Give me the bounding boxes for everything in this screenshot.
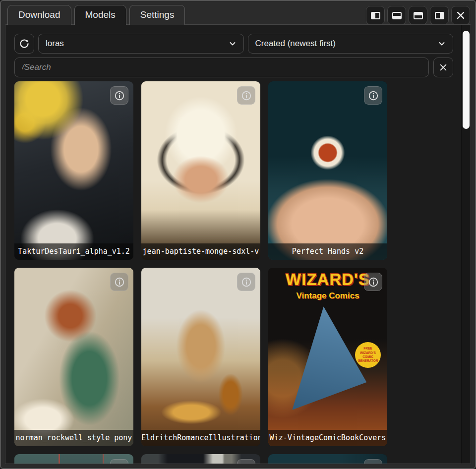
- model-type-select[interactable]: loras: [38, 34, 244, 54]
- info-icon: [114, 90, 125, 101]
- model-info-button[interactable]: [364, 273, 382, 291]
- model-card[interactable]: [141, 454, 260, 464]
- tab-bar: Download Models Settings: [1, 1, 475, 25]
- content-panel: loras Created (newest first): [5, 24, 471, 464]
- model-name: EldritchRomanceIllustration: [141, 430, 260, 446]
- info-icon: [241, 463, 252, 464]
- model-info-button[interactable]: [364, 459, 382, 464]
- model-card[interactable]: EldritchRomanceIllustration: [141, 268, 260, 446]
- model-card[interactable]: [14, 454, 133, 464]
- model-name: Wiz-VintageComicBookCovers: [268, 430, 387, 446]
- info-icon: [368, 277, 379, 288]
- dock-left-button[interactable]: [366, 6, 385, 25]
- window-controls: [366, 5, 470, 25]
- info-icon: [368, 463, 379, 464]
- info-icon: [368, 90, 379, 101]
- dock-top-icon: [414, 12, 423, 19]
- dock-right-icon: [435, 12, 444, 19]
- model-card[interactable]: norman_rockwell_style_pony: [14, 268, 133, 446]
- close-icon: [439, 63, 447, 71]
- model-name: TakturDesTauri_alpha_v1.2: [14, 243, 133, 260]
- model-info-button[interactable]: [237, 459, 255, 464]
- model-info-button[interactable]: [110, 459, 128, 464]
- model-name: jean-baptiste-monge-sdxl-v: [141, 243, 260, 260]
- tab-models[interactable]: Models: [74, 5, 126, 25]
- wizard-hat-graphic: [272, 302, 370, 419]
- chevron-down-icon: [229, 40, 237, 48]
- tab-download[interactable]: Download: [7, 5, 71, 25]
- model-type-value: loras: [46, 39, 64, 49]
- chevron-down-icon: [438, 40, 446, 48]
- model-info-button[interactable]: [364, 86, 382, 105]
- model-preview-image: [141, 268, 260, 446]
- refresh-icon: [19, 38, 30, 49]
- model-preview-image: [14, 81, 133, 260]
- model-card[interactable]: WIZARD'S Vintage Comics Free Wizard's Co…: [268, 268, 387, 446]
- dock-bottom-button[interactable]: [387, 6, 406, 25]
- sort-select[interactable]: Created (newest first): [248, 34, 454, 54]
- model-card[interactable]: [268, 454, 387, 464]
- scrollbar-thumb[interactable]: [463, 31, 470, 129]
- search-input[interactable]: [14, 58, 429, 77]
- toolbar: loras Created (newest first): [14, 34, 453, 54]
- model-card[interactable]: TakturDesTauri_alpha_v1.2: [14, 81, 133, 260]
- tab-settings[interactable]: Settings: [129, 5, 185, 25]
- dock-bottom-icon: [392, 12, 402, 19]
- search-row: [14, 58, 453, 77]
- model-browser-window: Download Models Settings: [0, 0, 476, 469]
- dock-top-button[interactable]: [409, 6, 427, 25]
- scrollbar-track[interactable]: [461, 25, 471, 464]
- model-info-button[interactable]: [110, 273, 128, 291]
- comic-cover-subtitle: Vintage Comics: [268, 291, 387, 301]
- dock-left-icon: [371, 12, 380, 19]
- model-info-button[interactable]: [110, 86, 128, 105]
- model-preview-image: WIZARD'S Vintage Comics Free Wizard's Co…: [268, 268, 387, 446]
- dock-right-button[interactable]: [430, 6, 449, 25]
- model-name: Perfect Hands v2: [268, 243, 387, 260]
- close-window-button[interactable]: [451, 6, 470, 25]
- model-preview-image: [141, 81, 260, 260]
- model-preview-image: [14, 268, 133, 446]
- model-info-button[interactable]: [237, 86, 255, 105]
- model-grid: TakturDesTauri_alpha_v1.2 jean-baptiste-…: [14, 81, 453, 464]
- model-info-button[interactable]: [237, 273, 255, 291]
- refresh-button[interactable]: [14, 34, 34, 54]
- info-icon: [114, 277, 125, 288]
- comic-cover-badge: Free Wizard's Comic Generator: [355, 342, 381, 368]
- close-icon: [456, 11, 465, 20]
- info-icon: [241, 277, 252, 288]
- info-icon: [114, 463, 125, 464]
- clear-search-button[interactable]: [433, 58, 453, 77]
- model-card[interactable]: jean-baptiste-monge-sdxl-v: [141, 81, 260, 260]
- model-preview-image: [268, 81, 387, 260]
- sort-value: Created (newest first): [255, 39, 336, 49]
- main-area: loras Created (newest first): [5, 25, 461, 464]
- model-card[interactable]: Perfect Hands v2: [268, 81, 387, 260]
- model-name: norman_rockwell_style_pony: [14, 430, 133, 446]
- info-icon: [241, 90, 252, 101]
